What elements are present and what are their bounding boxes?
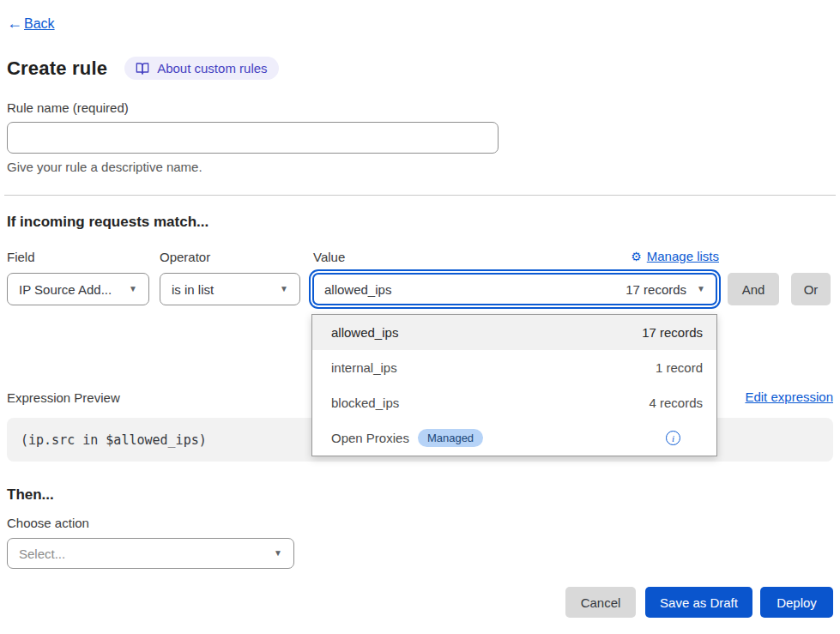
cancel-button[interactable]: Cancel [565, 587, 636, 618]
page-title: Create rule [7, 57, 107, 80]
list-records: 4 records [649, 395, 703, 410]
dropdown-option-blocked-ips[interactable]: blocked_ips 4 records [312, 385, 716, 420]
operator-select-value: is in list [172, 282, 214, 297]
choose-action-label: Choose action [7, 516, 89, 530]
rule-name-helper-text: Give your rule a descriptive name. [7, 160, 202, 174]
edit-expression-label: Edit expression [745, 389, 833, 404]
value-select-value: allowed_ips [324, 282, 391, 297]
list-name: Open Proxies [331, 431, 409, 445]
back-link-label: Back [24, 16, 55, 32]
action-select[interactable]: Select... ▼ [7, 538, 294, 569]
field-select[interactable]: IP Source Add... ▼ [7, 273, 149, 305]
chevron-down-icon: ▼ [129, 285, 137, 293]
then-section-heading: Then... [7, 486, 54, 504]
save-as-draft-button[interactable]: Save as Draft [645, 587, 752, 618]
expression-code: (ip.src in $allowed_ips) [21, 432, 207, 448]
or-button[interactable]: Or [791, 273, 831, 305]
header-row: Create rule About custom rules [7, 57, 279, 80]
expression-preview-label: Expression Preview [7, 390, 120, 405]
chevron-down-icon: ▼ [697, 285, 705, 293]
list-name: allowed_ips [331, 325, 398, 340]
back-link[interactable]: ← Back [7, 15, 55, 33]
dropdown-option-open-proxies[interactable]: Open Proxies Managed i [312, 420, 716, 456]
chevron-down-icon: ▼ [274, 549, 282, 558]
about-custom-rules-label: About custom rules [157, 61, 267, 75]
value-select[interactable]: allowed_ips 17 records ▼ [312, 273, 717, 305]
field-column-label: Field [7, 250, 35, 264]
rule-name-input[interactable] [7, 122, 499, 154]
rule-name-label: Rule name (required) [7, 100, 129, 115]
value-select-records: 17 records [625, 282, 686, 297]
and-button[interactable]: And [728, 273, 779, 305]
book-icon [136, 62, 149, 75]
manage-lists-label: Manage lists [647, 249, 719, 263]
manage-lists-link[interactable]: ⚙ Manage lists [631, 249, 719, 263]
value-column-label: Value [313, 250, 345, 264]
back-arrow-icon: ← [7, 15, 22, 33]
deploy-button[interactable]: Deploy [760, 587, 833, 618]
create-rule-page: ← Back Create rule About custom rules Ru… [0, 0, 840, 634]
list-name: internal_ips [331, 360, 397, 375]
operator-column-label: Operator [160, 250, 210, 264]
edit-expression-link[interactable]: Edit expression [745, 389, 833, 404]
field-select-value: IP Source Add... [19, 282, 112, 297]
list-records: 1 record [656, 360, 703, 375]
managed-badge: Managed [418, 429, 483, 447]
action-select-placeholder: Select... [19, 546, 65, 561]
list-records: 17 records [642, 325, 703, 340]
chevron-down-icon: ▼ [280, 285, 288, 293]
dropdown-option-internal-ips[interactable]: internal_ips 1 record [312, 350, 716, 385]
match-section-heading: If incoming requests match... [7, 214, 208, 231]
about-custom-rules-link[interactable]: About custom rules [124, 57, 278, 80]
dropdown-option-allowed-ips[interactable]: allowed_ips 17 records [312, 315, 716, 350]
gear-icon: ⚙ [631, 250, 642, 263]
section-divider [4, 195, 836, 196]
value-dropdown-menu: allowed_ips 17 records internal_ips 1 re… [311, 314, 717, 456]
list-name: blocked_ips [331, 395, 399, 410]
info-icon[interactable]: i [666, 431, 680, 445]
operator-select[interactable]: is in list ▼ [160, 273, 300, 305]
